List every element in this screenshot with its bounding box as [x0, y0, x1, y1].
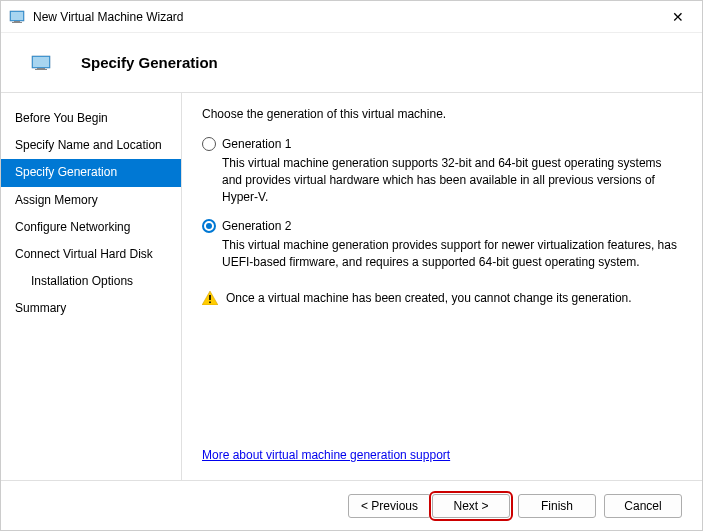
- sidebar-item-installation-options[interactable]: Installation Options: [1, 268, 181, 295]
- option-gen2-head[interactable]: Generation 2: [202, 219, 682, 233]
- previous-button[interactable]: < Previous: [348, 494, 431, 518]
- nav-button-group: < Previous Next >: [348, 494, 510, 518]
- sidebar-item-configure-networking[interactable]: Configure Networking: [1, 214, 181, 241]
- wizard-content: Choose the generation of this virtual ma…: [181, 93, 702, 480]
- finish-button[interactable]: Finish: [518, 494, 596, 518]
- warning-row: Once a virtual machine has been created,…: [202, 291, 682, 305]
- vm-header-icon: [31, 55, 51, 71]
- radio-gen2[interactable]: [202, 219, 216, 233]
- next-button[interactable]: Next >: [432, 494, 510, 518]
- intro-text: Choose the generation of this virtual ma…: [202, 107, 682, 121]
- more-info-link[interactable]: More about virtual machine generation su…: [202, 448, 682, 462]
- option-generation-1: Generation 1 This virtual machine genera…: [202, 137, 682, 205]
- sidebar-item-summary[interactable]: Summary: [1, 295, 181, 322]
- wizard-window: New Virtual Machine Wizard ✕ Specify Gen…: [0, 0, 703, 531]
- vm-icon: [9, 9, 25, 25]
- warning-icon: [202, 291, 218, 305]
- label-gen1: Generation 1: [222, 137, 291, 151]
- sidebar-item-specify-generation[interactable]: Specify Generation: [1, 159, 181, 186]
- svg-rect-9: [209, 301, 211, 303]
- wizard-header: Specify Generation: [1, 33, 702, 93]
- desc-gen2: This virtual machine generation provides…: [222, 237, 682, 271]
- page-title: Specify Generation: [81, 54, 218, 71]
- window-title: New Virtual Machine Wizard: [33, 10, 662, 24]
- sidebar-item-specify-name[interactable]: Specify Name and Location: [1, 132, 181, 159]
- wizard-sidebar: Before You Begin Specify Name and Locati…: [1, 93, 181, 480]
- sidebar-item-before-you-begin[interactable]: Before You Begin: [1, 105, 181, 132]
- option-gen1-head[interactable]: Generation 1: [202, 137, 682, 151]
- spacer: [202, 305, 682, 448]
- wizard-footer: < Previous Next > Finish Cancel: [1, 480, 702, 530]
- label-gen2: Generation 2: [222, 219, 291, 233]
- sidebar-item-connect-vhd[interactable]: Connect Virtual Hard Disk: [1, 241, 181, 268]
- svg-rect-7: [35, 69, 47, 70]
- svg-rect-3: [12, 22, 22, 23]
- cancel-button[interactable]: Cancel: [604, 494, 682, 518]
- close-button[interactable]: ✕: [662, 1, 694, 33]
- svg-rect-8: [209, 295, 211, 300]
- desc-gen1: This virtual machine generation supports…: [222, 155, 682, 205]
- svg-rect-2: [14, 21, 20, 22]
- wizard-body: Before You Begin Specify Name and Locati…: [1, 93, 702, 480]
- sidebar-item-assign-memory[interactable]: Assign Memory: [1, 187, 181, 214]
- svg-rect-6: [37, 68, 45, 69]
- radio-gen1[interactable]: [202, 137, 216, 151]
- svg-rect-5: [33, 57, 49, 67]
- svg-rect-1: [11, 12, 23, 20]
- warning-text: Once a virtual machine has been created,…: [226, 291, 632, 305]
- titlebar: New Virtual Machine Wizard ✕: [1, 1, 702, 33]
- option-generation-2: Generation 2 This virtual machine genera…: [202, 219, 682, 271]
